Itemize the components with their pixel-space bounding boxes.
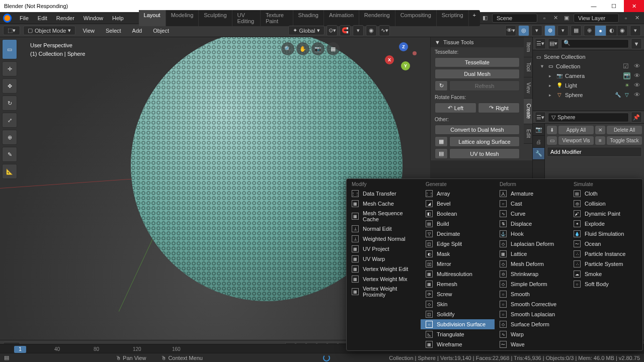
- n-tab-edit[interactable]: Edit: [524, 124, 532, 143]
- menu-window[interactable]: Window: [79, 14, 107, 23]
- properties-breadcrumb[interactable]: ▽ Sphere: [548, 113, 629, 122]
- workspace-tab-uv[interactable]: UV Editing: [232, 10, 261, 26]
- disclosure-triangle-icon[interactable]: ▼: [540, 64, 545, 69]
- mod-fluid-simulation[interactable]: 💧Fluid Simulation: [569, 229, 642, 239]
- menu-help[interactable]: Help: [108, 14, 128, 23]
- mod-weighted-normal[interactable]: ⊥Weighted Normal: [347, 234, 421, 244]
- mod-ocean[interactable]: 〜Ocean: [569, 239, 642, 249]
- mod-build[interactable]: ▤Build: [421, 219, 495, 229]
- mod-remesh[interactable]: ▦Remesh: [421, 279, 495, 289]
- mod-skin[interactable]: ◇Skin: [421, 299, 495, 309]
- mod-screw[interactable]: ⟳Screw: [421, 289, 495, 299]
- apply-all-button[interactable]: Apply All: [558, 126, 594, 134]
- toggle-stack-button[interactable]: Toggle Stack: [607, 136, 642, 145]
- mod-multiresolution[interactable]: ▦Multiresolution: [421, 269, 495, 279]
- lattice-surface-button[interactable]: Lattice along Surface: [449, 136, 520, 147]
- n-tab-view[interactable]: View: [524, 77, 532, 99]
- rotate-right-button[interactable]: ↷Right: [478, 103, 520, 113]
- mod-decimate[interactable]: ▽Decimate: [421, 229, 495, 239]
- n-tab-create[interactable]: Create: [524, 99, 532, 124]
- eye-icon[interactable]: 👁: [632, 81, 642, 89]
- outliner-display-dropdown[interactable]: ▤▾: [548, 38, 559, 49]
- shading-rendered[interactable]: ◉: [617, 25, 628, 36]
- mod-triangulate[interactable]: ◺Triangulate: [421, 329, 495, 339]
- prop-tab-output[interactable]: 🖨: [533, 136, 544, 148]
- refresh-icon-button[interactable]: ↻: [435, 80, 448, 91]
- mod-particle-system[interactable]: ∴Particle System: [569, 259, 642, 269]
- workspace-tab-sculpting[interactable]: Sculpting: [199, 10, 232, 26]
- workspace-tab-scripting[interactable]: Scripting: [437, 10, 469, 26]
- prop-tab-render[interactable]: 📷: [533, 124, 544, 136]
- shading-wireframe[interactable]: ⊕: [584, 25, 595, 36]
- timeline-playhead[interactable]: 1: [14, 346, 26, 353]
- navigation-gizmo[interactable]: Z Y X: [385, 42, 415, 72]
- mode-dropdown[interactable]: ▢ Object Mode ▾: [23, 26, 75, 35]
- window-minimize-button[interactable]: —: [584, 0, 604, 12]
- mod-soft-body[interactable]: ○Soft Body: [569, 279, 642, 289]
- viewlayer-new-icon[interactable]: ▫: [622, 14, 630, 22]
- mod-subdivision-surface[interactable]: ○Subdivision Surface: [421, 319, 495, 329]
- delete-icon[interactable]: ✕: [595, 126, 605, 134]
- viewlayer-delete-icon[interactable]: ✕: [633, 14, 641, 22]
- editor-type-dropdown[interactable]: ⬚▾: [3, 26, 20, 35]
- mod-curve[interactable]: ∿Curve: [495, 209, 569, 219]
- mod-dynamic-paint[interactable]: 🖌Dynamic Paint: [569, 209, 642, 219]
- mod-wave[interactable]: 〜Wave: [495, 339, 569, 349]
- tool-cursor[interactable]: ✛: [2, 61, 17, 76]
- mod-bevel[interactable]: ◢Bevel: [421, 199, 495, 209]
- n-tab-tool[interactable]: Tool: [524, 57, 532, 77]
- refresh-button[interactable]: Refresh: [449, 80, 520, 91]
- eye-icon[interactable]: 👁: [632, 62, 642, 70]
- scene-delete-icon[interactable]: ✕: [551, 14, 559, 22]
- mod-mesh-deform[interactable]: ◇Mesh Deform: [495, 259, 569, 269]
- properties-type-dropdown[interactable]: ☰▾: [535, 112, 546, 123]
- mod-mask[interactable]: ◐Mask: [421, 249, 495, 259]
- shading-options-dropdown[interactable]: ▾: [630, 25, 641, 36]
- mod-smooth-laplacian[interactable]: ○Smooth Laplacian: [495, 309, 569, 319]
- outliner-scene-collection[interactable]: ▭ Scene Collection: [533, 52, 644, 61]
- mod-mesh-cache[interactable]: ▦Mesh Cache: [347, 199, 421, 209]
- shading-lookdev[interactable]: ◐: [606, 25, 617, 36]
- prop-tab-modifier[interactable]: 🔧: [533, 148, 544, 160]
- mod-shrinkwrap[interactable]: ⊙Shrinkwrap: [495, 269, 569, 279]
- n-tab-item[interactable]: Item: [524, 37, 532, 57]
- mod-collision[interactable]: ◎Collision: [569, 199, 642, 209]
- snap-dropdown[interactable]: ▾: [353, 25, 364, 36]
- tissue-panel-header[interactable]: ▼ Tissue Tools: [431, 37, 524, 47]
- visibility-dropdown[interactable]: 👁▾: [505, 25, 516, 36]
- mod-laplacian-deform[interactable]: ◇Laplacian Deform: [495, 239, 569, 249]
- scene-new-icon[interactable]: ▫: [540, 14, 548, 22]
- mod-normal-edit[interactable]: ⊥Normal Edit: [347, 224, 421, 234]
- mod-vertex-weight-proximity[interactable]: ▦Vertex Weight Proximity: [347, 284, 421, 299]
- gizmo-dropdown[interactable]: ▾: [531, 25, 542, 36]
- mod-armature[interactable]: 人Armature: [495, 189, 569, 199]
- workspace-tab-modeling[interactable]: Modeling: [166, 10, 199, 26]
- workspace-tab-compositing[interactable]: Compositing: [395, 10, 437, 26]
- tool-select-box[interactable]: ▭: [2, 39, 17, 59]
- outliner-item-light[interactable]: ▸ 💡 Light ☀ 👁: [533, 80, 644, 90]
- uv-to-mesh-button[interactable]: UV to Mesh: [449, 148, 520, 159]
- gizmo-axis-y[interactable]: Y: [401, 61, 410, 70]
- menu-edit[interactable]: Edit: [34, 14, 51, 23]
- apply-icon[interactable]: ⬇: [547, 126, 557, 134]
- mod-uv-warp[interactable]: ▦UV Warp: [347, 254, 421, 264]
- mod-vertex-weight-mix[interactable]: ▦Vertex Weight Mix: [347, 274, 421, 284]
- viewport-vis-button[interactable]: Viewport Vis: [558, 136, 594, 145]
- xray-toggle[interactable]: ▦: [571, 25, 582, 36]
- mod-surface-deform[interactable]: ◇Surface Deform: [495, 319, 569, 329]
- workspace-tab-texpaint[interactable]: Texture Paint: [261, 10, 293, 26]
- mod-lattice[interactable]: ▦Lattice: [495, 249, 569, 259]
- mod-cast[interactable]: ○Cast: [495, 199, 569, 209]
- mod-vertex-weight-edit[interactable]: ▦Vertex Weight Edit: [347, 264, 421, 274]
- tool-rotate[interactable]: ↻: [2, 96, 17, 111]
- disclosure-triangle-icon[interactable]: ▸: [549, 73, 554, 78]
- mod-smooth-corrective[interactable]: ○Smooth Corrective: [495, 299, 569, 309]
- eye-icon[interactable]: 👁: [632, 91, 642, 99]
- checkbox-icon[interactable]: ☑: [621, 62, 630, 70]
- outliner-item-camera[interactable]: ▸ 📷 Camera 📷 👁: [533, 71, 644, 80]
- rotate-left-button[interactable]: ↶Left: [435, 103, 476, 113]
- mod-uv-project[interactable]: ▦UV Project: [347, 244, 421, 254]
- scene-field[interactable]: Scene: [492, 14, 537, 23]
- outliner-type-dropdown[interactable]: ☰▾: [535, 38, 546, 49]
- stack-icon[interactable]: ≡: [595, 136, 605, 145]
